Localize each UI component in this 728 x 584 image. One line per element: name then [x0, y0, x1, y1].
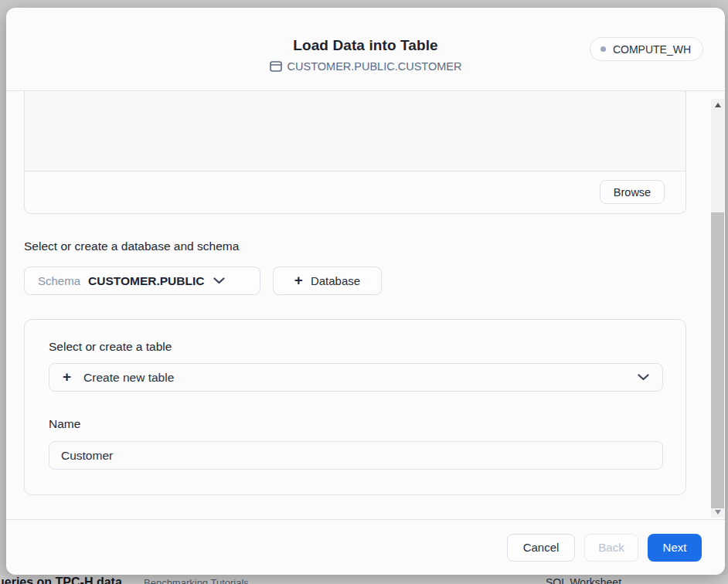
modal-content: Browse Select or create a database and s…	[6, 91, 725, 519]
back-button[interactable]: Back	[584, 534, 638, 562]
table-section-label: Select or create a table	[49, 340, 172, 354]
background-worksheet-title: ueries on TPC-H data	[0, 576, 122, 584]
table-selected-value: Create new table	[83, 371, 174, 385]
table-name-input[interactable]	[49, 441, 663, 470]
background-worksheet-type: SQL Worksheet	[546, 576, 621, 584]
add-database-button[interactable]: + Database	[273, 267, 382, 295]
warehouse-name: COMPUTE_WH	[613, 43, 691, 56]
chevron-down-icon	[213, 277, 225, 284]
table-select-dropdown[interactable]: + Create new table	[49, 363, 663, 392]
modal-subtitle-text: CUSTOMER.PUBLIC.CUSTOMER	[287, 60, 462, 73]
table-icon	[270, 61, 282, 72]
background-worksheet-subtitle: Benchmarking Tutorials	[144, 577, 249, 584]
plus-icon: +	[63, 369, 71, 384]
table-section-card: Select or create a table + Create new ta…	[24, 319, 686, 495]
chevron-down-icon	[638, 374, 649, 381]
browse-button[interactable]: Browse	[600, 180, 665, 204]
scroll-up-button[interactable]	[711, 99, 724, 110]
add-database-label: Database	[311, 274, 360, 287]
warehouse-selector[interactable]: COMPUTE_WH	[590, 37, 703, 61]
table-name-label: Name	[49, 417, 80, 431]
modal-header: Load Data into Table CUSTOMER.PUBLIC.CUS…	[6, 8, 725, 91]
file-drop-zone[interactable]	[25, 91, 685, 171]
content-scrollbar[interactable]	[711, 99, 724, 518]
modal-subtitle: CUSTOMER.PUBLIC.CUSTOMER	[6, 60, 725, 74]
upload-actions-row: Browse	[25, 171, 685, 213]
load-data-modal: Load Data into Table CUSTOMER.PUBLIC.CUS…	[6, 8, 725, 575]
next-button[interactable]: Next	[648, 534, 702, 562]
scrollbar-thumb[interactable]	[711, 212, 724, 508]
scroll-up-icon	[715, 103, 721, 107]
cancel-button[interactable]: Cancel	[507, 534, 575, 562]
background-page-strip: ueries on TPC-H data Benchmarking Tutori…	[0, 575, 728, 584]
modal-footer: Cancel Back Next	[6, 519, 725, 575]
scroll-down-button[interactable]	[711, 506, 724, 518]
schema-selected-value: CUSTOMER.PUBLIC	[88, 274, 204, 288]
schema-select-dropdown[interactable]: Schema CUSTOMER.PUBLIC	[24, 267, 260, 295]
file-upload-card: Browse	[24, 91, 686, 214]
scroll-down-icon	[715, 510, 721, 514]
database-section-label: Select or create a database and schema	[24, 239, 239, 253]
schema-prefix-label: Schema	[38, 274, 80, 287]
plus-icon: +	[294, 273, 303, 287]
warehouse-status-dot-icon	[600, 46, 606, 52]
